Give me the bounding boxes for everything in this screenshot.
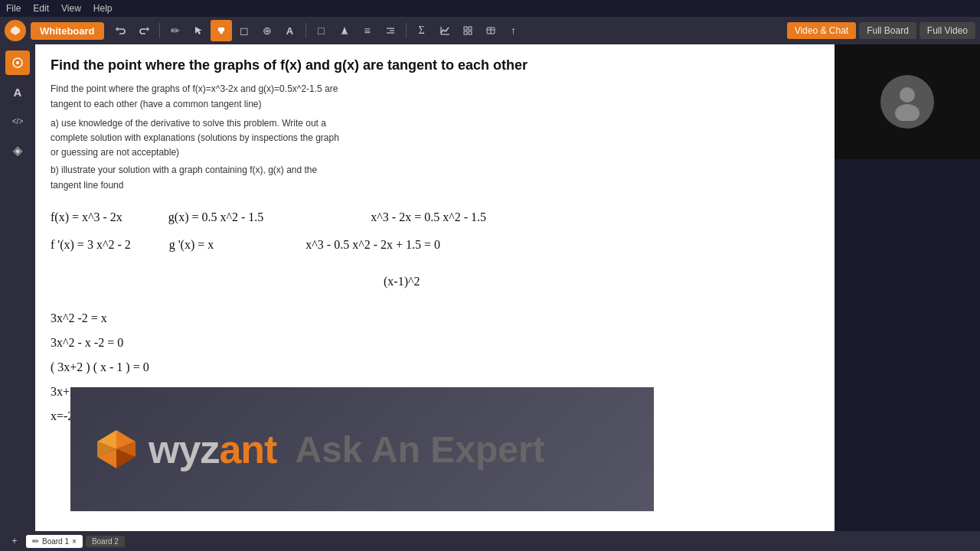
sidebar-draw[interactable] bbox=[5, 51, 30, 75]
menu-bar: File Edit View Help bbox=[0, 0, 980, 17]
bottom-bar: + ✏ Board 1 × Board 2 bbox=[0, 531, 980, 551]
board-1-close[interactable]: × bbox=[72, 537, 77, 546]
left-sidebar: A </> ◈ bbox=[0, 44, 35, 531]
sidebar-nav[interactable]: ◈ bbox=[5, 138, 30, 162]
ant-text: ant bbox=[219, 426, 276, 472]
svg-rect-9 bbox=[464, 27, 467, 30]
math-block-3: ( 3x+2 ) ( x - 1 ) = 0 bbox=[51, 355, 819, 380]
svg-rect-12 bbox=[469, 31, 472, 34]
math-gx: g(x) = 0.5 x^2 - 1.5 bbox=[168, 205, 264, 230]
toolbar-separator-1 bbox=[159, 23, 160, 38]
wyzant-diamond-icon bbox=[93, 426, 139, 472]
svg-marker-0 bbox=[11, 26, 20, 35]
table-button[interactable] bbox=[480, 20, 501, 41]
menu-view[interactable]: View bbox=[61, 3, 81, 14]
problem-description: Find the point where the graphs of f(x)=… bbox=[51, 82, 341, 192]
shape-button[interactable]: □ bbox=[311, 20, 332, 41]
board-2-label: Board 2 bbox=[92, 537, 119, 546]
desc-line2: a) use knowledge of the derivative to so… bbox=[51, 116, 341, 161]
main-area: A </> ◈ Find the point where the graphs … bbox=[0, 44, 980, 531]
pointer-button[interactable] bbox=[188, 20, 209, 41]
highlighter-button[interactable] bbox=[211, 20, 232, 41]
menu-help[interactable]: Help bbox=[93, 3, 113, 14]
redo-button[interactable] bbox=[133, 20, 155, 41]
right-panel bbox=[835, 44, 980, 531]
problem-title: Find the point where the graphs of f(x) … bbox=[51, 57, 819, 74]
svg-rect-11 bbox=[464, 31, 467, 34]
math-block-1: 3x^2 -2 = x bbox=[51, 306, 819, 331]
toolbar: Whiteboard ✏ ◻ ⊕ A □ ≡ Σ ↑ Video & Chat … bbox=[0, 17, 980, 44]
svg-point-15 bbox=[16, 61, 19, 64]
whiteboard-tab[interactable]: Whiteboard bbox=[31, 22, 104, 40]
board-2-tab[interactable]: Board 2 bbox=[86, 536, 125, 547]
toolbar-separator-2 bbox=[305, 23, 306, 38]
full-board-button[interactable]: Full Board bbox=[859, 22, 916, 39]
whiteboard-canvas[interactable]: Find the point where the graphs of f(x) … bbox=[35, 44, 835, 531]
math-fprime: f '(x) = 3 x^2 - 2 bbox=[51, 233, 131, 257]
wyzant-logo: wyzant Ask An Expert bbox=[93, 426, 545, 472]
desc-line1: Find the point where the graphs of f(x)=… bbox=[51, 82, 341, 111]
sigma-button[interactable]: Σ bbox=[411, 20, 433, 41]
text-button[interactable]: A bbox=[279, 20, 301, 41]
math-fx: f(x) = x^3 - 2x bbox=[51, 205, 122, 230]
sidebar-code[interactable]: </> bbox=[5, 109, 30, 133]
lines-button[interactable]: ≡ bbox=[357, 20, 378, 41]
wyzant-brand-text: wyzant bbox=[149, 426, 276, 472]
video-area bbox=[835, 44, 980, 159]
menu-edit[interactable]: Edit bbox=[33, 3, 49, 14]
svg-rect-1 bbox=[218, 28, 224, 31]
wyzant-banner: wyzant Ask An Expert bbox=[70, 387, 654, 511]
board-tab-icon: ✏ bbox=[32, 536, 39, 546]
math-eq3: (x-1)^2 bbox=[384, 269, 420, 294]
fill-button[interactable] bbox=[334, 20, 355, 41]
video-chat-button[interactable]: Video & Chat bbox=[787, 22, 857, 39]
desc-line3: b) illustrate your solution with a graph… bbox=[51, 163, 341, 192]
add-board-button[interactable]: + bbox=[6, 533, 23, 549]
svg-point-24 bbox=[895, 104, 920, 121]
graph-icon-btn[interactable] bbox=[434, 20, 456, 41]
avatar bbox=[880, 75, 934, 129]
indent-button[interactable] bbox=[380, 20, 401, 41]
math-eq2: x^3 - 0.5 x^2 - 2x + 1.5 = 0 bbox=[305, 233, 440, 257]
math-block-2: 3x^2 - x -2 = 0 bbox=[51, 331, 819, 355]
ask-expert-text: Ask An Expert bbox=[295, 429, 544, 471]
math-gprime: g '(x) = x bbox=[169, 233, 214, 257]
full-video-button[interactable]: Full Video bbox=[920, 22, 975, 39]
math-eq1: x^3 - 2x = 0.5 x^2 - 1.5 bbox=[371, 205, 486, 230]
svg-rect-2 bbox=[220, 31, 223, 34]
sidebar-text[interactable]: A bbox=[5, 80, 30, 104]
upload-button[interactable]: ↑ bbox=[503, 20, 524, 41]
insert-button[interactable] bbox=[457, 20, 479, 41]
svg-point-23 bbox=[900, 87, 915, 103]
undo-button[interactable] bbox=[110, 20, 132, 41]
toolbar-separator-3 bbox=[406, 23, 407, 38]
svg-rect-10 bbox=[469, 27, 472, 30]
board-1-label: Board 1 bbox=[42, 537, 69, 546]
zoom-button[interactable]: ⊕ bbox=[256, 20, 278, 41]
eraser-button[interactable]: ◻ bbox=[234, 20, 255, 41]
wyz-text: wyz bbox=[149, 426, 219, 472]
board-1-tab[interactable]: ✏ Board 1 × bbox=[26, 535, 83, 548]
menu-file[interactable]: File bbox=[6, 3, 21, 14]
pen-button[interactable]: ✏ bbox=[165, 20, 186, 41]
